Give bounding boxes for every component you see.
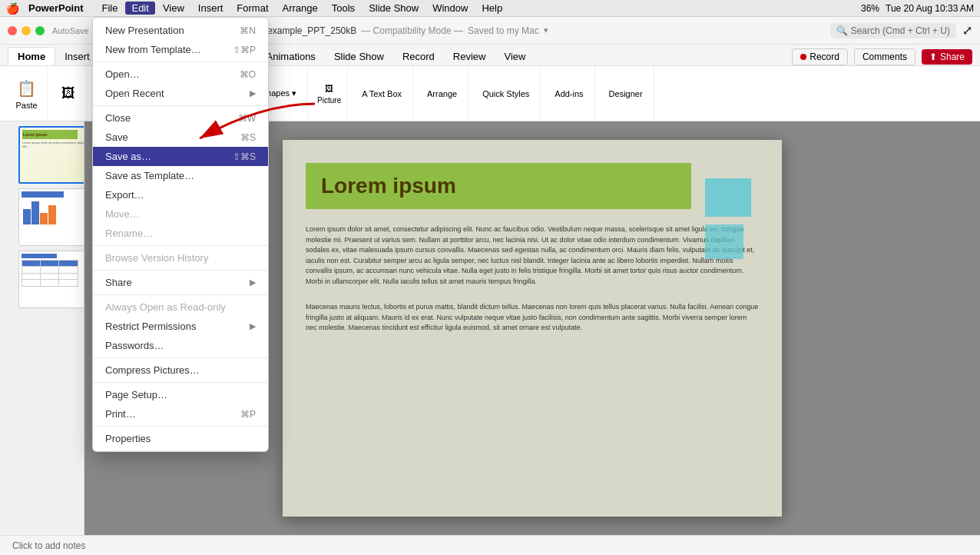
slide-thumb-2[interactable]: [18, 188, 84, 246]
menu-divider-8: [93, 426, 268, 427]
comments-button[interactable]: Comments: [854, 48, 915, 65]
dropdown-arrow-icon[interactable]: ▾: [544, 25, 548, 35]
designer-button[interactable]: Designer: [604, 88, 647, 100]
menu-help[interactable]: Help: [475, 2, 508, 15]
file-menu-dropdown: New Presentation ⌘N New from Template… ⇧…: [92, 17, 269, 452]
menu-divider-7: [93, 382, 268, 383]
text-group: A Text Box: [351, 66, 413, 121]
menu-tools[interactable]: Tools: [326, 2, 361, 15]
designer-group: Designer: [598, 66, 654, 121]
addins-group: Add-ins: [544, 66, 594, 121]
ribbon-actions: Record Comments ⬆ Share: [792, 48, 972, 65]
slide-thumb-3[interactable]: [18, 251, 84, 308]
menu-always-open-readonly: Always Open as Read-only: [93, 297, 268, 317]
tab-home[interactable]: Home: [8, 47, 55, 65]
autosave-label: AutoSave: [52, 26, 89, 35]
quick-styles-button[interactable]: Quick Styles: [478, 88, 534, 100]
text-box-button[interactable]: A Text Box: [357, 88, 406, 100]
menu-open-recent-arrow-icon: ▶: [250, 88, 256, 98]
menu-restrict-permissions[interactable]: Restrict Permissions ▶: [93, 317, 268, 336]
tab-view[interactable]: View: [495, 48, 535, 65]
share-button[interactable]: ⬆ Share: [922, 49, 972, 65]
menu-open-recent[interactable]: Open Recent ▶: [93, 84, 268, 103]
datetime: Tue 20 Aug 10:33 AM: [886, 3, 974, 14]
menu-divider-4: [93, 270, 268, 271]
paste-label: Paste: [15, 101, 37, 110]
battery-indicator: 36%: [861, 3, 879, 14]
menu-new-presentation[interactable]: New Presentation ⌘N: [93, 21, 268, 40]
saved-status: Saved to my Mac: [468, 25, 539, 36]
fullscreen-icon[interactable]: ⤢: [962, 23, 972, 38]
slide-container[interactable]: Lorem ipsum Lorem ipsum dolor sit amet, …: [283, 140, 782, 517]
menu-export[interactable]: Export…: [93, 185, 268, 204]
record-btn-label: Record: [809, 52, 839, 62]
new-slide-button[interactable]: 🖼: [57, 84, 80, 103]
menu-save[interactable]: Save ⌘S: [93, 128, 268, 147]
picture-group: 🖼 Picture: [311, 66, 348, 121]
menu-divider-3: [93, 245, 268, 246]
menu-open[interactable]: Open… ⌘O: [93, 65, 268, 84]
menu-page-setup[interactable]: Page Setup…: [93, 385, 268, 404]
addins-button[interactable]: Add-ins: [550, 88, 588, 100]
slide-title: Lorem ipsum: [321, 174, 456, 198]
maximize-window-button[interactable]: [35, 26, 45, 35]
slide-deco-box2: [705, 224, 743, 259]
mac-menubar: 🍎 PowerPoint File Edit View Insert Forma…: [0, 0, 980, 17]
menu-close-label: Close: [105, 112, 131, 124]
menu-close[interactable]: Close ⌘W: [93, 108, 268, 128]
menu-window[interactable]: Window: [426, 2, 474, 15]
search-icon: 🔍: [836, 25, 848, 36]
menu-properties[interactable]: Properties: [93, 429, 268, 448]
arrange-group: Arrange: [416, 66, 468, 121]
tab-slideshow[interactable]: Slide Show: [325, 48, 393, 65]
menu-new-from-template-shortcut: ⇧⌘P: [233, 45, 256, 55]
menu-save-as-shortcut: ⇧⌘S: [233, 151, 256, 162]
arrange-button[interactable]: Arrange: [422, 88, 462, 100]
notes-bar[interactable]: Click to add notes: [0, 535, 980, 555]
share-icon: ⬆: [929, 52, 937, 62]
apple-logo-icon[interactable]: 🍎: [6, 2, 19, 15]
menu-passwords[interactable]: Passwords…: [93, 336, 268, 355]
menu-insert[interactable]: Insert: [192, 2, 230, 15]
menu-items: File Edit View Insert Format Arrange Too…: [96, 2, 509, 15]
menu-arrange[interactable]: Arrange: [276, 2, 324, 15]
menu-file[interactable]: File: [96, 2, 124, 15]
tab-review[interactable]: Review: [444, 48, 495, 65]
search-box[interactable]: 🔍 Search (Cmd + Ctrl + U): [830, 23, 956, 38]
menu-save-shortcut: ⌘S: [240, 132, 256, 143]
menu-new-presentation-shortcut: ⌘N: [240, 25, 256, 36]
menu-new-from-template[interactable]: New from Template… ⇧⌘P: [93, 40, 268, 59]
menu-properties-label: Properties: [105, 433, 151, 444]
menu-edit[interactable]: Edit: [125, 2, 154, 15]
menu-save-as-template[interactable]: Save as Template…: [93, 166, 268, 185]
menu-open-shortcut: ⌘O: [240, 69, 256, 80]
menu-save-as[interactable]: Save as… ⇧⌘S: [93, 147, 268, 166]
slide-panel: 1 ★ Lorem ipsum Lorem ipsum dolor sit am…: [0, 121, 84, 535]
menu-move: Move…: [93, 204, 268, 224]
menu-compress-pictures[interactable]: Compress Pictures…: [93, 361, 268, 380]
menu-divider-5: [93, 294, 268, 295]
menu-print[interactable]: Print… ⌘P: [93, 404, 268, 424]
close-window-button[interactable]: [8, 26, 17, 35]
menu-export-label: Export…: [105, 189, 144, 201]
record-dot-icon: [800, 54, 806, 60]
compat-mode: — Compatibility Mode —: [361, 25, 463, 36]
menu-save-as-label: Save as…: [105, 151, 151, 162]
tab-record[interactable]: Record: [393, 48, 444, 65]
slide-deco-box1: [705, 178, 751, 217]
slide-thumb-1[interactable]: Lorem ipsum Lorem ipsum dolor sit amet c…: [18, 126, 84, 184]
comments-btn-label: Comments: [862, 52, 907, 62]
record-button[interactable]: Record: [792, 48, 848, 65]
slide-group: 🖼: [51, 66, 87, 121]
menu-share[interactable]: Share ▶: [93, 273, 268, 292]
menu-slideshow[interactable]: Slide Show: [363, 2, 425, 15]
menu-rename: Rename…: [93, 224, 268, 243]
picture-button[interactable]: 🖼: [320, 82, 338, 95]
menu-format[interactable]: Format: [230, 2, 274, 15]
slide-inner: Lorem ipsum Lorem ipsum dolor sit amet, …: [306, 163, 759, 494]
menu-view[interactable]: View: [157, 2, 190, 15]
minimize-window-button[interactable]: [22, 26, 31, 35]
slide-title-bar: Lorem ipsum: [306, 163, 691, 209]
menu-print-label: Print…: [105, 408, 136, 420]
paste-button[interactable]: 📋: [12, 78, 41, 99]
